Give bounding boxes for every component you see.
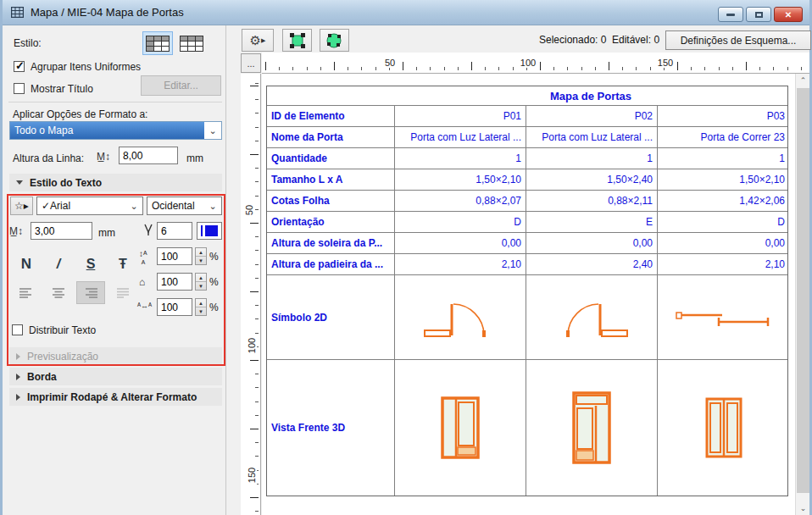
cell-value: Porta de Correr 23 <box>657 127 789 147</box>
text-style-section-label: Estilo do Texto <box>30 177 102 189</box>
footer-section-header[interactable]: Imprimir Rodapé & Alterar Formato <box>9 388 222 406</box>
marquee-circle-icon <box>326 33 342 48</box>
spin-up-icon[interactable]: ▲ <box>196 274 206 282</box>
scheme-settings-button[interactable]: Definições de Esquema... <box>665 30 811 50</box>
align-justify-button[interactable] <box>108 281 137 304</box>
panel-divider[interactable] <box>225 25 226 515</box>
row-label: Símbolo 2D <box>267 275 394 359</box>
cell-value: 1 <box>526 148 657 169</box>
window-title: Mapa / MIE-04 Mapa de Portas <box>31 6 184 19</box>
distribute-text-label: Distribuir Texto <box>29 324 96 336</box>
format-options-panel: Estilo: Agrupar Itens Uniformes Mostrar … <box>5 25 225 515</box>
width-factor-input[interactable] <box>157 273 192 291</box>
title-bar[interactable]: Mapa / MIE-04 Mapa de Portas ✕ <box>3 0 809 25</box>
grid-style-2-icon <box>180 36 203 52</box>
editable-value: 0 <box>653 34 659 46</box>
edit-title-label: Editar... <box>164 80 198 91</box>
spin-down-icon[interactable]: ▼ <box>196 257 206 264</box>
group-uniform-checkbox[interactable]: Agrupar Itens Uniformes <box>14 61 234 73</box>
checkbox-unchecked-icon <box>12 324 23 335</box>
cell-value: P03 <box>657 106 789 126</box>
row-label: Altura de padieira da ... <box>267 254 394 274</box>
pen-color-swatch <box>205 225 218 236</box>
ellipsis-icon: ... <box>247 58 254 69</box>
table-row: Quantidade 1 1 1 <box>267 147 787 169</box>
font-family-dropdown[interactable]: ✓Arial ⌄ <box>36 197 143 215</box>
front-view-p02 <box>526 360 657 496</box>
select-element-button[interactable] <box>320 29 349 52</box>
schedule-dialog-window: Mapa / MIE-04 Mapa de Portas ✕ Estilo: A <box>0 0 812 515</box>
horizontal-ruler[interactable]: 50 100 150 <box>262 53 809 74</box>
line-spacing-spinner[interactable]: ▲▼ <box>195 247 207 265</box>
text-style-section-header[interactable]: Estilo do Texto <box>9 174 222 191</box>
scrollbar-thumb[interactable] <box>797 88 809 493</box>
v-ruler-label-150: 150 <box>247 466 257 485</box>
strikethrough-glyph: Ŧ <box>119 257 127 272</box>
spin-up-icon[interactable]: ▲ <box>196 248 206 257</box>
tracking-spinner[interactable]: ▲▼ <box>195 298 207 316</box>
preview-section-label: Previsualização <box>27 351 98 363</box>
table-row: Tamanho L x A 1,50×2,10 1,50×2,40 1,50×2… <box>267 169 787 190</box>
row-label: Nome da Porta <box>267 127 394 147</box>
checkbox-unchecked-icon <box>14 83 25 94</box>
style-grid-compact-button[interactable] <box>142 31 173 55</box>
cell-value: 1,42×2,06 <box>657 191 789 211</box>
vertical-ruler[interactable]: 50 100 150 <box>241 74 261 515</box>
cell-value: P02 <box>526 106 657 126</box>
border-section-header[interactable]: Borda <box>9 368 222 385</box>
line-spacing-input[interactable] <box>157 247 192 265</box>
font-height-icon: M̲↕ <box>9 225 23 237</box>
apply-format-dropdown[interactable]: Todo o Mapa ⌄ <box>9 121 222 140</box>
spin-down-icon[interactable]: ▼ <box>196 282 206 290</box>
maximize-button[interactable] <box>746 7 771 22</box>
pen-color-button[interactable] <box>197 222 222 240</box>
spin-down-icon[interactable]: ▼ <box>196 307 206 315</box>
maximize-icon <box>755 12 763 18</box>
line-spacing-icon: ↕ᴬ ᴬ <box>139 249 147 268</box>
gear-icon: ⚙ <box>250 33 261 48</box>
row-height-input[interactable] <box>119 147 178 164</box>
row-label: Vista Frente 3D <box>267 360 394 496</box>
width-factor-percent: % <box>209 276 221 288</box>
script-dropdown[interactable]: Ocidental ⌄ <box>147 197 222 215</box>
spin-up-icon[interactable]: ▲ <box>196 299 206 307</box>
minimize-button[interactable] <box>718 7 743 22</box>
italic-button[interactable]: / <box>44 252 73 275</box>
cell-value: 0,00 <box>657 233 789 253</box>
chevron-down-icon: ⌄ <box>204 125 221 136</box>
schedule-drawing-area[interactable]: Mapa de Portas ID de Elemento P01 P02 P0… <box>262 74 795 515</box>
row-label: Cotas Folha <box>267 191 394 211</box>
preview-section-header[interactable]: Previsualização <box>9 347 222 365</box>
align-left-button[interactable] <box>12 281 41 304</box>
cell-value: 0,88×2,11 <box>526 191 657 211</box>
favorites-button[interactable]: ☆▸ <box>10 197 33 215</box>
close-button[interactable]: ✕ <box>774 7 803 22</box>
ruler-options-button[interactable]: ... <box>241 53 261 73</box>
underline-button[interactable]: S <box>76 252 105 275</box>
show-title-label: Mostrar Título <box>31 83 93 95</box>
bold-button[interactable]: N <box>12 252 41 275</box>
tracking-input[interactable] <box>157 298 192 316</box>
editable-status: Editável: 0 <box>612 34 659 46</box>
settings-button[interactable]: ⚙ ▶ <box>242 29 274 52</box>
cell-value: P01 <box>394 106 526 126</box>
scroll-up-button[interactable]: ⌃ <box>797 74 809 87</box>
chevron-up-icon: ⌃ <box>800 76 807 85</box>
front-view-p01 <box>394 360 526 496</box>
schedule-toolbar: ⚙ ▶ Selecionado: 0 Editável: 0 D <box>226 25 809 53</box>
cell-value: D <box>657 212 789 232</box>
table-row: Orientação D E D <box>267 211 787 232</box>
style-grid-wide-button[interactable] <box>176 31 207 55</box>
font-size-input[interactable] <box>31 222 92 240</box>
distribute-text-checkbox[interactable]: Distribuir Texto <box>12 324 232 336</box>
strikethrough-button[interactable]: Ŧ <box>108 252 137 275</box>
select-area-button[interactable] <box>282 29 312 52</box>
pen-number-input[interactable] <box>157 222 192 240</box>
width-factor-spinner[interactable]: ▲▼ <box>195 273 207 291</box>
align-right-button[interactable] <box>76 281 105 304</box>
align-center-button[interactable] <box>44 281 73 304</box>
vertical-scrollbar[interactable]: ⌃ ⌄ <box>795 74 809 515</box>
edit-title-button[interactable]: Editar... <box>141 75 221 96</box>
scroll-down-button[interactable]: ⌄ <box>797 501 809 515</box>
row-height-label: Altura da Linha: <box>13 152 84 164</box>
